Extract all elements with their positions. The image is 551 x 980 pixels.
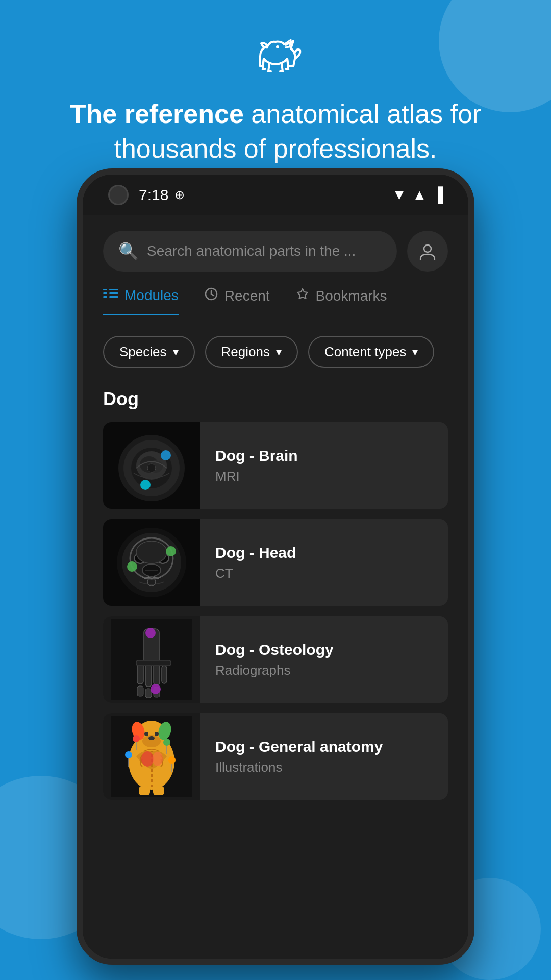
wifi-icon: ▼ [392,187,407,203]
svg-point-0 [276,45,279,48]
regions-chevron-icon: ▾ [276,346,282,359]
svg-rect-39 [136,660,171,666]
tab-modules-label: Modules [124,287,179,304]
species-chevron-icon: ▾ [173,346,179,359]
svg-rect-2 [103,289,107,290]
tab-modules[interactable]: Modules [103,287,179,315]
svg-rect-33 [145,664,152,687]
module-thumb-head [103,519,200,606]
svg-rect-34 [154,664,160,685]
brain-mri-image [111,425,192,506]
module-card-brain[interactable]: Dog - Brain MRI [103,422,448,509]
svg-rect-3 [103,292,107,294]
search-placeholder-text: Search anatomical parts in the ... [147,243,356,259]
svg-rect-47 [153,786,164,795]
status-right-icons: ▼ ▲ ▐ [392,187,443,203]
osteology-image [111,619,192,700]
hero-section: The reference anatomical atlas for thous… [0,0,551,166]
svg-point-40 [145,628,156,638]
section-title: Dog [103,388,448,410]
svg-rect-32 [137,664,143,684]
search-bar[interactable]: 🔍 Search anatomical parts in the ... [103,231,397,272]
svg-rect-36 [137,686,143,696]
tab-recent-label: Recent [224,288,270,304]
recent-icon [204,287,218,305]
volume-button-1 [469,353,474,394]
svg-point-54 [144,732,148,736]
svg-point-28 [127,561,137,572]
modules-icon [103,287,118,304]
svg-point-16 [147,464,156,472]
module-card-head[interactable]: Dog - Head CT [103,519,448,606]
status-sim-icon: ⊕ [174,188,185,202]
head-ct-image [111,522,192,603]
module-name-head: Dog - Head [215,544,296,561]
module-thumb-anatomy [103,713,200,800]
signal-icon: ▲ [412,187,427,203]
content-types-chevron-icon: ▾ [412,346,418,359]
svg-rect-35 [162,666,167,683]
anatomy-illustration [111,716,192,797]
bookmarks-icon [295,287,310,305]
module-info-osteology: Dog - Osteology Radiographs [200,631,349,689]
svg-point-55 [155,732,159,736]
search-row: 🔍 Search anatomical parts in the ... [103,231,448,272]
module-type-head: CT [215,566,296,581]
svg-point-17 [161,450,171,460]
tab-recent[interactable]: Recent [204,287,270,315]
svg-rect-46 [139,786,150,795]
filter-species-label: Species [119,344,167,360]
filter-content-types[interactable]: Content types ▾ [308,336,434,368]
module-card-osteology[interactable]: Dog - Osteology Radiographs [103,616,448,703]
svg-rect-5 [109,289,118,290]
module-type-osteology: Radiographs [215,663,334,678]
svg-point-59 [125,751,132,758]
module-thumb-brain [103,422,200,509]
svg-rect-7 [109,296,118,298]
filter-species[interactable]: Species ▾ [103,336,195,368]
svg-point-26 [136,541,167,564]
battery-icon: ▐ [433,187,443,203]
status-time: 7:18 [139,186,168,204]
tabs-row: Modules Recent Bookmarks [103,287,448,315]
svg-point-48 [141,751,154,767]
module-type-brain: MRI [215,469,298,484]
camera-notch [108,185,129,205]
svg-point-63 [168,756,176,764]
module-type-anatomy: Illustrations [215,760,383,775]
profile-button[interactable] [407,231,448,272]
module-info-head: Dog - Head CT [200,534,311,592]
phone-mockup: 7:18 ⊕ ▼ ▲ ▐ 🔍 Search anatomical parts i… [77,168,474,965]
module-info-brain: Dog - Brain MRI [200,437,313,495]
module-name-osteology: Dog - Osteology [215,641,334,658]
status-bar: 7:18 ⊕ ▼ ▲ ▐ [83,175,468,215]
svg-point-51 [148,736,155,740]
module-card-anatomy[interactable]: Dog - General anatomy Illustrations [103,713,448,800]
tab-bookmarks[interactable]: Bookmarks [295,287,387,315]
svg-point-1 [424,245,431,252]
module-info-anatomy: Dog - General anatomy Illustrations [200,728,398,786]
module-thumb-osteology [103,616,200,703]
filter-regions-label: Regions [221,344,270,360]
svg-point-61 [163,739,170,746]
hero-title: The reference anatomical atlas for thous… [0,97,551,166]
search-icon: 🔍 [118,241,139,261]
svg-point-41 [151,684,161,694]
svg-point-57 [133,735,140,742]
svg-point-18 [140,480,151,490]
svg-rect-4 [103,296,107,298]
module-name-anatomy: Dog - General anatomy [215,738,383,755]
svg-point-49 [153,752,163,766]
tab-bookmarks-label: Bookmarks [316,288,387,304]
svg-rect-6 [109,292,118,294]
dog-icon [245,31,306,82]
filter-regions[interactable]: Regions ▾ [205,336,298,368]
volume-button-2 [469,409,474,450]
module-name-brain: Dog - Brain [215,447,298,464]
app-content: 🔍 Search anatomical parts in the ... [83,215,468,959]
filters-row: Species ▾ Regions ▾ Content types ▾ [103,336,448,368]
filter-content-types-label: Content types [324,344,406,360]
svg-point-29 [166,546,176,556]
